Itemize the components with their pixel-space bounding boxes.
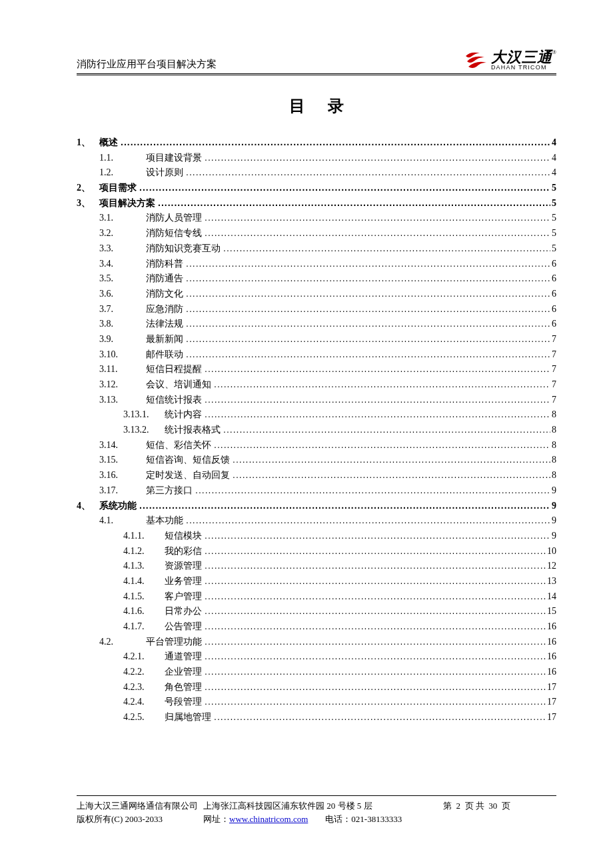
toc-entry[interactable]: 4.1.基本功能9 [77, 513, 556, 528]
toc-number: 3.1. [99, 211, 146, 225]
toc-page-number: 16 [546, 649, 556, 664]
toc-leader-dots [121, 135, 550, 150]
toc-entry[interactable]: 1.2.设计原则4 [77, 165, 556, 180]
toc-page-number: 8 [550, 407, 556, 422]
toc-entry[interactable]: 3.5.消防通告6 [77, 271, 556, 286]
toc-item-title: 角色管理 [165, 680, 205, 695]
toc-item-title: 邮件联动 [146, 347, 186, 362]
toc-page-number: 9 [550, 499, 556, 513]
toc-entry[interactable]: 3.15.短信咨询、短信反馈8 [77, 453, 556, 467]
toc-entry[interactable]: 4.2.平台管理功能16 [77, 635, 556, 649]
toc-entry[interactable]: 3.3.消防知识竞赛互动5 [77, 241, 556, 256]
toc-entry[interactable]: 4、系统功能9 [77, 499, 556, 513]
toc-leader-dots [223, 241, 550, 256]
toc-item-title: 消防短信专线 [146, 226, 205, 241]
toc-entry[interactable]: 3.8.法律法规6 [77, 317, 556, 331]
toc-number: 4.2.1. [123, 649, 165, 664]
toc-item-title: 我的彩信 [165, 544, 205, 559]
toc-number: 3.2. [99, 226, 146, 241]
toc-item-title: 消防通告 [146, 271, 186, 286]
toc-entry[interactable]: 4.1.7.公告管理16 [77, 619, 556, 634]
toc-number: 4.1.2. [123, 544, 165, 559]
toc-item-title: 项目需求 [99, 181, 139, 195]
toc-number: 2、 [77, 181, 99, 195]
toc-entry[interactable]: 3.7.应急消防6 [77, 302, 556, 317]
toc-entry[interactable]: 3.6.消防文化6 [77, 287, 556, 301]
toc-entry[interactable]: 3.10.邮件联动7 [77, 347, 556, 362]
toc-page-number: 16 [546, 665, 556, 679]
toc-item-title: 平台管理功能 [146, 635, 205, 649]
toc-entry[interactable]: 3.1.消防人员管理5 [77, 211, 556, 225]
toc-entry[interactable]: 4.1.4.业务管理13 [77, 574, 556, 589]
toc-item-title: 概述 [99, 135, 121, 150]
toc-number: 4.1.6. [123, 604, 165, 619]
toc-entry[interactable]: 4.2.4.号段管理17 [77, 695, 556, 709]
toc-entry[interactable]: 3.11.短信日程提醒7 [77, 362, 556, 377]
toc-entry[interactable]: 1.1.项目建设背景4 [77, 151, 556, 165]
toc-item-title: 号段管理 [165, 695, 205, 709]
toc-leader-dots [205, 589, 546, 604]
toc-page-number: 13 [546, 574, 556, 589]
toc-entry[interactable]: 3.13.2.统计报表格式8 [77, 423, 556, 437]
toc-entry[interactable]: 1、概述4 [77, 135, 556, 150]
toc-leader-dots [205, 529, 550, 543]
toc-number: 4.1.1. [123, 529, 165, 543]
toc-entry[interactable]: 3.2.消防短信专线5 [77, 226, 556, 241]
toc-leader-dots [205, 604, 546, 619]
toc-page-number: 6 [550, 302, 556, 317]
toc-item-title: 客户管理 [165, 589, 205, 604]
toc-leader-dots [233, 468, 550, 483]
toc-page-number: 7 [550, 332, 556, 347]
toc-entry[interactable]: 3.4.消防科普6 [77, 257, 556, 271]
toc-leader-dots [195, 483, 550, 498]
toc-page-number: 6 [550, 257, 556, 271]
toc-entry[interactable]: 3、项目解决方案5 [77, 196, 556, 211]
toc-item-title: 归属地管理 [165, 710, 214, 725]
toc-page-number: 6 [550, 271, 556, 286]
toc-entry[interactable]: 3.14.短信、彩信关怀8 [77, 438, 556, 453]
toc-leader-dots [233, 453, 550, 467]
toc-page-number: 5 [550, 211, 556, 225]
toc-entry[interactable]: 4.2.3.角色管理17 [77, 680, 556, 695]
toc-entry[interactable]: 3.13.1.统计内容8 [77, 407, 556, 422]
toc-item-title: 设计原则 [146, 165, 186, 180]
toc-leader-dots [158, 196, 550, 211]
toc-number: 4、 [77, 499, 99, 513]
toc-entry[interactable]: 3.12.会议、培训通知7 [77, 377, 556, 392]
toc-page-number: 9 [550, 529, 556, 543]
toc-page-number: 7 [550, 377, 556, 392]
toc-number: 1.1. [99, 151, 146, 165]
toc-entry[interactable]: 4.1.2.我的彩信10 [77, 544, 556, 559]
toc-entry[interactable]: 3.16.定时发送、自动回复8 [77, 468, 556, 483]
doc-title: 消防行业应用平台项目解决方案 [77, 58, 217, 71]
toc-entry[interactable]: 3.17.第三方接口9 [77, 483, 556, 498]
toc-item-title: 法律法规 [146, 317, 186, 331]
toc-entry[interactable]: 4.1.6.日常办公15 [77, 604, 556, 619]
toc-number: 3.8. [99, 317, 146, 331]
toc-entry[interactable]: 4.1.3.资源管理12 [77, 559, 556, 573]
toc-item-title: 项目解决方案 [99, 196, 158, 211]
toc-entry[interactable]: 4.2.1.通道管理16 [77, 649, 556, 664]
toc-item-title: 会议、培训通知 [146, 377, 214, 392]
toc-number: 3.13. [99, 393, 146, 407]
toc-entry[interactable]: 4.1.1.短信模块9 [77, 529, 556, 543]
toc-entry[interactable]: 4.2.2.企业管理16 [77, 665, 556, 679]
toc-entry[interactable]: 4.1.5.客户管理14 [77, 589, 556, 604]
toc-page-number: 15 [546, 604, 556, 619]
toc-page-number: 5 [550, 226, 556, 241]
toc-leader-dots [214, 438, 550, 453]
website-link[interactable]: www.chinatricom.com [229, 814, 308, 824]
toc-page-number: 17 [546, 710, 556, 725]
toc-entry[interactable]: 2、项目需求5 [77, 181, 556, 195]
toc-leader-dots [205, 695, 546, 709]
toc-entry[interactable]: 3.9.最新新闻7 [77, 332, 556, 347]
footer-page-indicator: 第 2 页 共 30 页 [443, 800, 556, 812]
toc-leader-dots [214, 377, 550, 392]
footer-company: 上海大汉三通网络通信有限公司 [77, 800, 203, 812]
toc-item-title: 应急消防 [146, 302, 186, 317]
toc-entry[interactable]: 4.2.5.归属地管理17 [77, 710, 556, 725]
footer-address: 上海张江高科技园区浦东软件园 20 号楼 5 层 [203, 800, 443, 812]
toc-entry[interactable]: 3.13.短信统计报表7 [77, 393, 556, 407]
footer-copyright: 版权所有(C) 2003-2033 [77, 813, 203, 825]
toc-leader-dots [205, 665, 546, 679]
